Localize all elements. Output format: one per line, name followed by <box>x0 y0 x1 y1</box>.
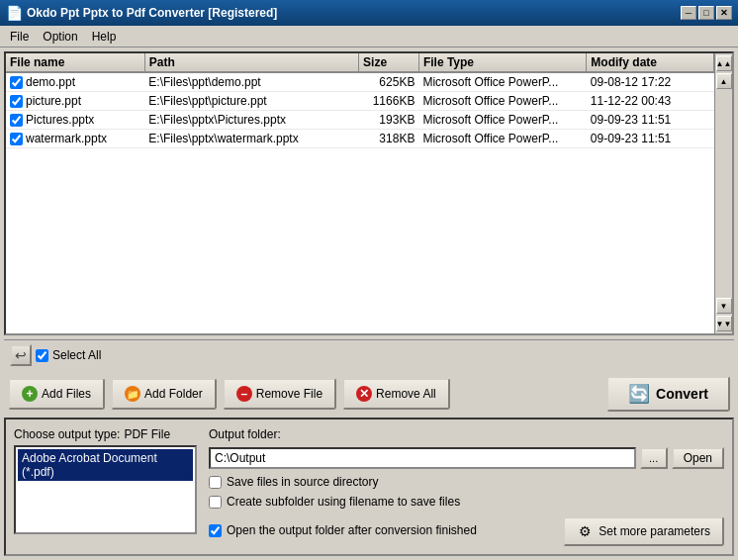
gear-icon: ⚙ <box>577 523 593 539</box>
cell-type-0: Microsoft Office PowerP... <box>418 72 586 92</box>
remove-file-icon: – <box>236 386 252 402</box>
output-type-label: Choose output type: <box>14 427 120 441</box>
output-folder-label: Output folder: <box>209 427 724 441</box>
open-after-conversion-row: Open the output folder after conversion … <box>209 523 477 537</box>
output-folder-input[interactable] <box>209 447 636 469</box>
close-button[interactable]: ✕ <box>716 6 732 20</box>
cell-type-3: Microsoft Office PowerP... <box>418 130 586 148</box>
table-row: picture.ppt E:\Files\ppt\picture.ppt 116… <box>6 92 714 111</box>
save-in-source-checkbox[interactable] <box>209 476 222 489</box>
window-title: Okdo Ppt Pptx to Pdf Converter [Register… <box>27 6 277 20</box>
scroll-down-button[interactable]: ▼ <box>716 298 732 314</box>
minimize-button[interactable]: ─ <box>681 6 696 20</box>
cell-date-3: 09-09-23 11:51 <box>587 130 714 148</box>
cell-size-2: 193KB <box>359 111 419 130</box>
convert-button[interactable]: 🔄 Convert <box>606 376 730 412</box>
col-header-name: File name <box>6 53 144 72</box>
cell-size-1: 1166KB <box>359 92 419 111</box>
open-after-conversion-checkbox[interactable] <box>209 524 222 537</box>
cell-name-1: picture.ppt <box>6 92 144 111</box>
cell-name-0: demo.ppt <box>6 72 144 92</box>
row-checkbox-2[interactable] <box>10 114 23 127</box>
scroll-top-button[interactable]: ▲▲ <box>716 55 732 71</box>
scroll-bottom-button[interactable]: ▼▼ <box>716 316 732 331</box>
main-content: File name Path Size File Type Modify dat… <box>0 47 738 560</box>
back-arrow-button[interactable]: ↩ <box>10 344 32 366</box>
select-all-row: ↩ Select All <box>4 339 734 370</box>
create-subfolder-row: Create subfolder using filename to save … <box>209 495 724 509</box>
list-scrollbar: ▲▲ ▲ ▼ ▼▼ <box>714 53 732 333</box>
output-type-section: Choose output type: PDF File Adobe Acrob… <box>14 427 197 546</box>
row-checkbox-0[interactable] <box>10 76 23 89</box>
row-checkbox-3[interactable] <box>10 133 23 145</box>
bottom-panel: Choose output type: PDF File Adobe Acrob… <box>4 418 734 556</box>
cell-date-0: 09-08-12 17:22 <box>587 72 714 92</box>
output-type-selected-item[interactable]: Adobe Acrobat Document (*.pdf) <box>18 449 193 481</box>
add-folder-icon: 📁 <box>125 386 140 402</box>
col-header-date: Modify date <box>587 53 714 72</box>
remove-all-icon: ✕ <box>356 386 372 402</box>
output-folder-row: ... Open <box>209 447 724 469</box>
cell-type-1: Microsoft Office PowerP... <box>418 92 586 111</box>
app-icon: 📄 <box>6 5 23 21</box>
col-header-size: Size <box>359 53 419 72</box>
title-bar: 📄 Okdo Ppt Pptx to Pdf Converter [Regist… <box>0 0 738 26</box>
cell-type-2: Microsoft Office PowerP... <box>418 111 586 130</box>
col-header-path: Path <box>144 53 358 72</box>
file-table: File name Path Size File Type Modify dat… <box>6 53 714 148</box>
toolbar-row: + Add Files 📁 Add Folder – Remove File ✕… <box>4 374 734 414</box>
row-checkbox-1[interactable] <box>10 95 23 108</box>
set-more-parameters-button[interactable]: ⚙ Set more parameters <box>563 516 724 546</box>
output-folder-section: Output folder: ... Open Save files in so… <box>209 427 724 546</box>
remove-all-button[interactable]: ✕ Remove All <box>342 378 450 410</box>
convert-icon: 🔄 <box>628 383 650 405</box>
cell-name-3: watermark.pptx <box>6 130 144 148</box>
col-header-type: File Type <box>418 53 586 72</box>
open-after-conversion-label: Open the output folder after conversion … <box>227 523 477 537</box>
cell-date-1: 11-12-22 00:43 <box>587 92 714 111</box>
window-controls: ─ □ ✕ <box>681 6 732 20</box>
menu-option[interactable]: Option <box>37 28 83 46</box>
select-all-checkbox[interactable] <box>36 349 48 362</box>
menu-help[interactable]: Help <box>86 28 123 46</box>
cell-path-3: E:\Files\pptx\watermark.pptx <box>144 130 358 148</box>
menu-bar: File Option Help <box>0 26 738 47</box>
table-row: demo.ppt E:\Files\ppt\demo.ppt 625KB Mic… <box>6 72 714 92</box>
file-table-container: File name Path Size File Type Modify dat… <box>6 53 714 333</box>
cell-path-0: E:\Files\ppt\demo.ppt <box>144 72 358 92</box>
cell-path-1: E:\Files\ppt\picture.ppt <box>144 92 358 111</box>
cell-size-3: 318KB <box>359 130 419 148</box>
browse-button[interactable]: ... <box>640 447 668 469</box>
menu-file[interactable]: File <box>4 28 35 46</box>
remove-file-button[interactable]: – Remove File <box>223 378 336 410</box>
cell-path-2: E:\Files\pptx\Pictures.pptx <box>144 111 358 130</box>
open-folder-button[interactable]: Open <box>672 447 724 469</box>
cell-date-2: 09-09-23 11:51 <box>587 111 714 130</box>
output-type-value: PDF File <box>124 427 170 441</box>
scroll-up-button[interactable]: ▲ <box>716 73 732 89</box>
save-in-source-row: Save files in source directory <box>209 475 724 489</box>
table-row: watermark.pptx E:\Files\pptx\watermark.p… <box>6 130 714 148</box>
maximize-button[interactable]: □ <box>698 6 714 20</box>
add-files-button[interactable]: + Add Files <box>8 378 105 410</box>
add-files-icon: + <box>22 386 38 402</box>
save-in-source-label: Save files in source directory <box>227 475 378 489</box>
cell-size-0: 625KB <box>359 72 419 92</box>
cell-name-2: Pictures.pptx <box>6 111 144 130</box>
output-type-list[interactable]: Adobe Acrobat Document (*.pdf) <box>14 445 197 534</box>
add-folder-button[interactable]: 📁 Add Folder <box>111 378 217 410</box>
table-row: Pictures.pptx E:\Files\pptx\Pictures.ppt… <box>6 111 714 130</box>
create-subfolder-label: Create subfolder using filename to save … <box>227 495 460 509</box>
select-all-label: Select All <box>52 348 101 362</box>
file-list-panel: File name Path Size File Type Modify dat… <box>4 51 734 335</box>
create-subfolder-checkbox[interactable] <box>209 496 222 509</box>
